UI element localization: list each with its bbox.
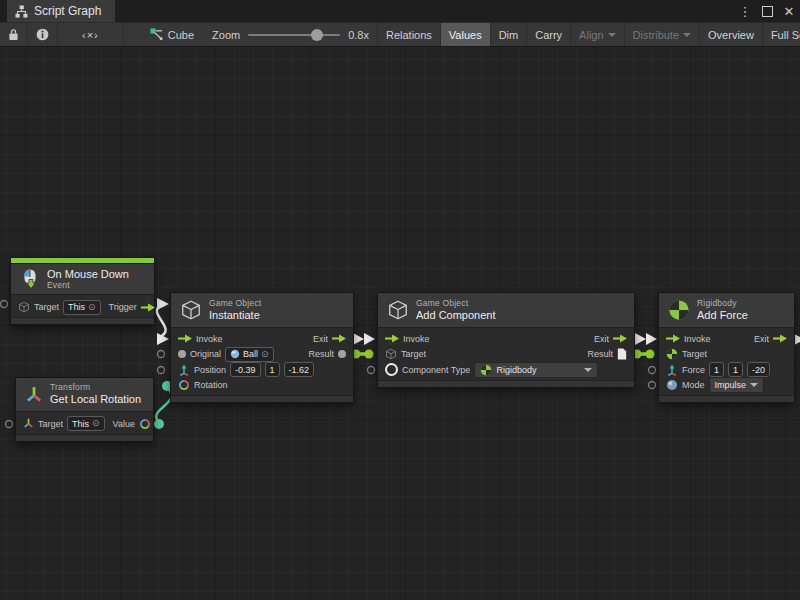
node-header: Game Object Add Component (378, 293, 634, 328)
input-port-circle[interactable] (158, 351, 165, 358)
window-menu-button[interactable]: ⋮ (734, 0, 756, 22)
port-label-result: Result (587, 349, 613, 359)
port-row-invoke-exit: Invoke Exit (659, 331, 794, 347)
object-picker-icon[interactable]: ⊙ (261, 350, 269, 359)
node-add-component[interactable]: Game Object Add Component Invoke Exit Ta… (377, 292, 635, 388)
node-category: Event (47, 281, 129, 291)
port-row-target: Target (659, 347, 794, 363)
flow-port-arrow[interactable] (157, 298, 169, 310)
button-label: Values (449, 29, 482, 41)
flow-output-icon[interactable] (613, 334, 627, 343)
port-row-target-value: Target This ⊙ Value (16, 416, 153, 432)
node-add-force[interactable]: Rigidbody Add Force Invoke Exit Target (658, 292, 795, 403)
chip-value: -20 (752, 365, 765, 375)
zoom-slider-handle[interactable] (311, 29, 323, 41)
carry-button[interactable]: Carry (526, 23, 570, 46)
flow-port-arrow[interactable] (364, 333, 375, 345)
force-z-field[interactable]: -20 (747, 362, 770, 377)
position-x-field[interactable]: -0.39 (230, 362, 261, 377)
gameobject-icon[interactable] (385, 348, 397, 360)
input-port-circle[interactable] (6, 421, 13, 428)
flow-output-icon[interactable] (332, 334, 346, 343)
node-footer (378, 380, 634, 387)
value-port-dot[interactable] (646, 350, 655, 359)
flow-port-arrow[interactable] (635, 333, 646, 345)
object-picker-icon[interactable]: ⊙ (88, 303, 96, 312)
component-type-dropdown[interactable]: Rigidbody (474, 362, 598, 378)
input-port-circle[interactable] (649, 367, 656, 374)
original-value-chip[interactable]: Ball ⊙ (225, 347, 274, 362)
port-row-component-type: Component Type Rigidbody (378, 362, 634, 378)
rigidbody-icon[interactable] (666, 348, 678, 360)
value-port-icon[interactable] (338, 350, 346, 358)
node-on-mouse-down[interactable]: On Mouse Down Event Target This ⊙ Trigge… (10, 257, 155, 325)
relations-button[interactable]: Relations (377, 23, 440, 46)
target-value-chip[interactable]: This ⊙ (67, 416, 105, 431)
input-port-circle[interactable] (158, 367, 165, 374)
input-port-circle[interactable] (368, 367, 375, 374)
component-doc-icon[interactable] (617, 348, 627, 360)
node-footer (659, 395, 794, 402)
chip-value: 1 (733, 365, 738, 375)
flow-input-icon[interactable] (178, 334, 192, 343)
tab-script-graph[interactable]: Script Graph (7, 0, 115, 22)
flow-output-icon[interactable] (773, 334, 787, 343)
lock-button[interactable] (0, 23, 28, 46)
quaternion-icon[interactable] (139, 418, 151, 430)
value-port-dot[interactable] (365, 350, 374, 359)
transform-icon (25, 386, 43, 404)
tab-title: Script Graph (34, 4, 101, 18)
node-instantiate[interactable]: Game Object Instantiate Invoke Exit Orig… (170, 292, 354, 403)
graph-selector[interactable]: Cube (140, 23, 204, 46)
window-close-button[interactable]: ✕ (778, 0, 800, 22)
quaternion-icon[interactable] (178, 379, 190, 391)
vector3-icon[interactable] (178, 364, 190, 376)
node-get-local-rotation[interactable]: Transform Get Local Rotation Target This… (15, 377, 154, 442)
input-port-circle[interactable] (1, 301, 8, 308)
flow-port-arrow[interactable] (646, 333, 657, 345)
distribute-button[interactable]: Distribute (624, 23, 699, 46)
wire-trigger-to-invoke (157, 305, 166, 337)
force-mode-dropdown[interactable]: Impulse (709, 377, 765, 393)
port-label-invoke: Invoke (196, 334, 223, 344)
graph-canvas[interactable]: On Mouse Down Event Target This ⊙ Trigge… (0, 47, 800, 600)
rigidbody-icon (480, 364, 492, 376)
fullscreen-button[interactable]: Full Screen (762, 23, 800, 46)
vector3-icon[interactable] (666, 364, 678, 376)
flow-input-icon[interactable] (666, 334, 680, 343)
target-value-chip[interactable]: This ⊙ (63, 300, 101, 315)
flow-port-arrow[interactable] (157, 333, 169, 345)
edit-graph-button[interactable]: ‹×› (58, 23, 124, 46)
maximize-icon (762, 6, 773, 17)
force-y-field[interactable]: 1 (728, 362, 743, 377)
button-label: Carry (535, 29, 562, 41)
align-button[interactable]: Align (570, 23, 623, 46)
force-mode-icon[interactable] (666, 379, 678, 391)
value-port-dot[interactable] (154, 419, 164, 429)
chip-value: 1 (270, 365, 275, 375)
dim-button[interactable]: Dim (490, 23, 527, 46)
zoom-slider[interactable] (248, 34, 340, 36)
port-label-target: Target (401, 349, 426, 359)
port-label-target: Target (34, 302, 59, 312)
position-y-field[interactable]: 1 (265, 362, 280, 377)
button-label: Relations (386, 29, 432, 41)
flow-port-arrow[interactable] (353, 333, 364, 345)
chevron-down-icon (750, 383, 758, 387)
node-title: Get Local Rotation (50, 393, 141, 406)
inspect-button[interactable] (28, 23, 58, 46)
chip-value: This (68, 302, 85, 312)
input-port-circle[interactable] (649, 382, 656, 389)
window-maximize-button[interactable] (756, 0, 778, 22)
force-x-field[interactable]: 1 (709, 362, 724, 377)
flow-input-icon[interactable] (385, 334, 399, 343)
flow-output-icon[interactable] (141, 303, 155, 312)
type-port-icon[interactable] (385, 363, 398, 376)
value-port-icon[interactable] (178, 350, 186, 358)
port-row-invoke-exit: Invoke Exit (171, 331, 353, 347)
overview-button[interactable]: Overview (699, 23, 762, 46)
values-button[interactable]: Values (440, 23, 490, 46)
object-picker-icon[interactable]: ⊙ (92, 419, 100, 428)
button-label: Full Screen (771, 29, 800, 41)
position-z-field[interactable]: -1.62 (284, 362, 315, 377)
